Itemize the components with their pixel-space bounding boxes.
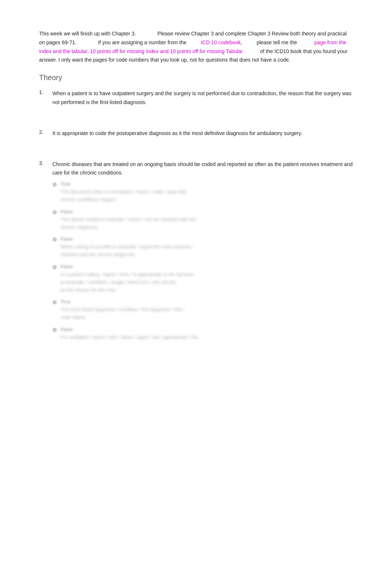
intro-highlight-1: ICD 10 codebook, (201, 39, 242, 45)
blurred-bullet-1 (52, 182, 57, 187)
blurred-text-3: When coding to provide to evaluate / rep… (61, 243, 193, 259)
blurred-label-5: True (61, 299, 184, 304)
blurred-label-2: False (61, 209, 196, 214)
blurred-item-5: True The most listed diagnosis / conditi… (52, 299, 353, 321)
intro-paragraph: This week we will finish up with Chapter… (39, 30, 353, 65)
blurred-label-3: False (61, 236, 193, 242)
question-item-3: 3. Chronic diseases that are treated on … (39, 160, 353, 346)
intro-text-1: This week we will finish up with Chapter… (39, 31, 136, 37)
blurred-item-3: False When coding to provide to evaluate… (52, 236, 353, 259)
blurred-item-6: False It is available / report / with / … (52, 327, 353, 341)
blurred-item-2: False This allows simply to evaluate / r… (52, 209, 353, 231)
question-item-2: 2. It is appropriate to code the postope… (39, 129, 353, 138)
blurred-text-5: The most listed diagnosis / condition / … (61, 306, 184, 321)
blurred-bullet-2 (52, 210, 57, 214)
question-number-2: 2. (39, 129, 52, 135)
blurred-item-1: True The document often is incomplete / … (52, 181, 353, 204)
blurred-text-6: It is available / report / with / these … (61, 334, 198, 341)
blurred-label-4: False (61, 264, 193, 269)
blurred-bullet-4 (52, 265, 57, 269)
blurred-bullet-3 (52, 237, 57, 242)
question-number-3: 3. (39, 160, 52, 166)
question-item-1: 1. When a patient is to have outpatient … (39, 89, 353, 107)
blurred-text-2: This allows simply to evaluate / report … (61, 216, 196, 231)
question-text-2: It is appropriate to code the postoperat… (52, 129, 353, 138)
blurred-label-1: True (61, 181, 186, 187)
page: This week we will finish up with Chapter… (0, 0, 392, 576)
blurred-text-1: The document often is incomplete / repor… (61, 188, 186, 204)
question-text-3: Chronic diseases that are treated on an … (52, 161, 353, 176)
blurred-text-4: It is patient coding / report / then / i… (61, 271, 193, 294)
blurred-bullet-6 (52, 328, 57, 332)
blurred-bullet-5 (52, 300, 57, 304)
question-list: 1. When a patient is to have outpatient … (39, 89, 353, 346)
intro-text-4: please tell me the (257, 39, 297, 45)
blurred-label-6: False (61, 327, 198, 332)
intro-text-3: If you are assigning a number from the (98, 39, 187, 45)
blurred-section: True The document often is incomplete / … (52, 181, 353, 341)
blurred-item-4: False It is patient coding / report / th… (52, 264, 353, 294)
theory-heading: Theory (39, 73, 353, 82)
question-text-1: When a patient is to have outpatient sur… (52, 89, 353, 107)
question-number-1: 1. (39, 89, 52, 95)
